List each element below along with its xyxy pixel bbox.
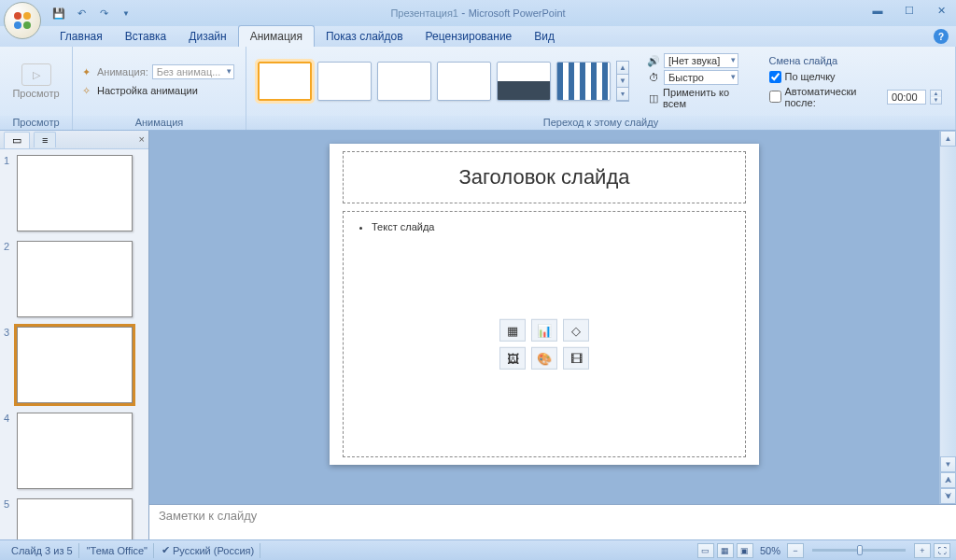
tab-slideshow[interactable]: Показ слайдов xyxy=(315,26,415,47)
zoom-value[interactable]: 50% xyxy=(756,545,784,556)
content-placeholder[interactable]: Текст слайда ▦ 📊 ◇ 🖼 🎨 🎞 xyxy=(343,211,746,457)
insert-table-icon[interactable]: ▦ xyxy=(499,319,526,342)
svg-point-3 xyxy=(23,21,31,29)
view-slideshow-button[interactable]: ▣ xyxy=(737,543,753,558)
svg-point-1 xyxy=(23,12,31,20)
transition-option-6[interactable] xyxy=(556,62,611,101)
gallery-expand[interactable]: ▾ xyxy=(617,88,628,101)
vertical-scrollbar[interactable]: ▲ ▼ ⮝ ⮟ xyxy=(939,131,956,504)
tab-view[interactable]: Вид xyxy=(523,26,566,47)
zoom-in-button[interactable]: + xyxy=(914,543,931,558)
preview-button: ▷ Просмотр xyxy=(8,62,63,101)
slide-thumb-1[interactable]: 1 xyxy=(4,155,147,231)
svg-point-2 xyxy=(14,21,21,29)
insert-smartart-icon[interactable]: ◇ xyxy=(563,319,589,342)
ribbon-tabs: Главная Вставка Дизайн Анимация Показ сл… xyxy=(0,26,956,47)
title-placeholder[interactable]: Заголовок слайда xyxy=(343,151,746,203)
svg-point-0 xyxy=(14,12,21,20)
redo-icon[interactable]: ↷ xyxy=(95,5,112,21)
apply-all-icon: ◫ xyxy=(646,91,660,105)
tab-review[interactable]: Рецензирование xyxy=(415,26,524,47)
maximize-button[interactable]: ☐ xyxy=(898,2,921,19)
transition-option-4[interactable] xyxy=(437,62,491,101)
insert-picture-icon[interactable]: 🖼 xyxy=(499,347,526,370)
preview-icon: ▷ xyxy=(21,63,51,86)
fit-to-window-button[interactable]: ⛶ xyxy=(934,543,950,558)
spellcheck-icon: ✔ xyxy=(162,544,170,556)
undo-icon[interactable]: ↶ xyxy=(73,5,90,21)
thumbnails-close[interactable]: × xyxy=(139,133,145,145)
tab-animation[interactable]: Анимация xyxy=(238,25,315,47)
slide-thumb-2[interactable]: 2 xyxy=(4,241,147,317)
insert-chart-icon[interactable]: 📊 xyxy=(531,319,557,342)
view-sorter-button[interactable]: ▦ xyxy=(717,543,734,558)
animation-combo: Без анимац... xyxy=(152,64,235,79)
next-slide-button[interactable]: ⮟ xyxy=(940,488,956,504)
gallery-scroll-up[interactable]: ▲ xyxy=(617,62,628,75)
advance-header: Смена слайда xyxy=(769,55,942,66)
transition-none[interactable] xyxy=(258,62,312,101)
window-title: Презентация1 - Microsoft PowerPoint xyxy=(390,7,565,20)
office-button[interactable] xyxy=(4,2,41,39)
slide-thumb-4[interactable]: 4 xyxy=(4,413,147,489)
time-spin-down[interactable]: ▼ xyxy=(931,97,941,104)
group-animation-label: Анимация xyxy=(73,116,246,130)
insert-media-icon[interactable]: 🎞 xyxy=(563,347,589,370)
scroll-down[interactable]: ▼ xyxy=(940,456,956,472)
speed-icon: ⏱ xyxy=(646,71,661,84)
status-slide-info: Слайд 3 из 5 xyxy=(6,543,79,558)
transition-speed-combo[interactable]: Быстро xyxy=(664,70,738,85)
zoom-out-button[interactable]: − xyxy=(787,543,804,558)
transition-sound-combo[interactable]: [Нет звука] xyxy=(664,53,738,68)
thumbnails-tab-outline[interactable]: ≡ xyxy=(34,132,56,147)
status-theme: "Тема Office" xyxy=(81,543,154,558)
gallery-scroll-down[interactable]: ▼ xyxy=(617,75,628,88)
slide-thumbnails: 1 2 3 4 5 xyxy=(0,149,148,539)
transition-option-3[interactable] xyxy=(377,62,431,101)
auto-after-time[interactable]: 00:00 xyxy=(887,90,926,105)
custom-animation-icon: ✧ xyxy=(78,83,93,98)
save-icon[interactable]: 💾 xyxy=(50,5,67,21)
close-button[interactable]: ✕ xyxy=(930,2,952,19)
custom-animation-button[interactable]: ✧ Настройка анимации xyxy=(78,83,234,98)
minimize-button[interactable]: ▬ xyxy=(866,2,889,19)
group-preview-label: Просмотр xyxy=(0,116,72,130)
thumbnails-tab-slides[interactable]: ▭ xyxy=(4,132,30,148)
help-button[interactable]: ? xyxy=(934,29,949,44)
transition-option-2[interactable] xyxy=(317,62,372,101)
time-spin-up[interactable]: ▲ xyxy=(931,91,941,97)
tab-insert[interactable]: Вставка xyxy=(114,26,178,47)
advance-auto-after[interactable]: Автоматически после: 00:00 ▲▼ xyxy=(769,86,942,108)
insert-clipart-icon[interactable]: 🎨 xyxy=(531,347,557,370)
slide-thumb-3[interactable]: 3 xyxy=(4,327,147,403)
view-normal-button[interactable]: ▭ xyxy=(697,543,714,558)
transition-gallery: ▲ ▼ ▾ xyxy=(252,61,635,102)
notes-pane[interactable]: Заметки к слайду xyxy=(149,504,956,539)
scroll-up[interactable]: ▲ xyxy=(940,131,956,147)
qat-dropdown-icon[interactable]: ▼ xyxy=(118,5,134,21)
tab-home[interactable]: Главная xyxy=(49,26,114,47)
sound-icon: 🔊 xyxy=(646,54,661,67)
prev-slide-button[interactable]: ⮝ xyxy=(940,472,956,488)
transition-option-5[interactable] xyxy=(497,62,551,101)
status-language[interactable]: ✔ Русский (Россия) xyxy=(156,543,260,558)
advance-on-click[interactable]: По щелчку xyxy=(769,71,942,83)
slide-thumb-5[interactable]: 5 xyxy=(4,498,147,539)
animation-icon: ✦ xyxy=(78,64,93,79)
slide-canvas[interactable]: Заголовок слайда Текст слайда ▦ 📊 ◇ 🖼 🎨 … xyxy=(330,144,759,465)
tab-design[interactable]: Дизайн xyxy=(177,26,237,47)
apply-to-all-button[interactable]: ◫ Применить ко всем xyxy=(646,87,751,109)
animation-combo-row: ✦ Анимация: Без анимац... xyxy=(78,64,234,79)
zoom-slider[interactable] xyxy=(812,549,906,552)
group-transition-label: Переход к этому слайду xyxy=(246,116,955,130)
